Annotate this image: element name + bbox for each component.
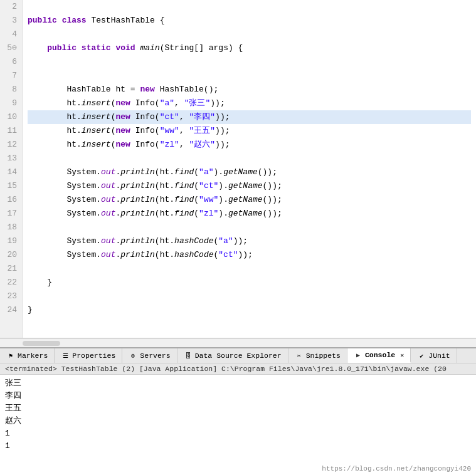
code-line: System.out.println(ht.find("a").getName(…	[28, 165, 471, 179]
console-output-line-4: 赵六	[5, 415, 471, 427]
tab-snippets[interactable]: ✂ Snippets	[288, 348, 347, 363]
editor-area: 2 3 4 5⊖ 6 7 8 9 10 11 12 13 14 15 16 17…	[0, 0, 476, 338]
tab-markers[interactable]: ⚑ Markers	[0, 348, 55, 363]
tab-snippets-label: Snippets	[306, 352, 341, 360]
code-line: System.out.println(ht.find("ww").getName…	[28, 193, 471, 207]
code-container: 2 3 4 5⊖ 6 7 8 9 10 11 12 13 14 15 16 17…	[0, 0, 476, 338]
code-line: System.out.println(ht.hashCode("a"));	[28, 234, 471, 248]
code-line: }	[28, 303, 471, 317]
tab-console[interactable]: ▶ Console ✕	[347, 348, 411, 363]
tab-data-source-label: Data Source Explorer	[195, 352, 282, 360]
tab-servers-label: Servers	[140, 352, 170, 360]
tab-properties-label: Properties	[72, 352, 115, 360]
data-source-icon: 🗄	[184, 352, 193, 360]
code-line: System.out.println(ht.find("ct").getName…	[28, 179, 471, 193]
watermark: https://blog.csdn.net/zhangcongyi420	[322, 465, 471, 472]
properties-icon: ☰	[61, 352, 70, 360]
scrollbar-area	[0, 338, 476, 347]
code-line: }	[28, 276, 471, 290]
console-status-text: <terminated> TestHashTable (2) [Java App…	[5, 365, 447, 373]
tab-console-label: Console	[365, 351, 395, 359]
tab-markers-label: Markers	[18, 352, 48, 360]
code-line: public class TestHashTable {	[28, 14, 471, 28]
tab-junit[interactable]: ✔ JUnit	[411, 348, 457, 363]
code-line	[28, 0, 471, 14]
code-line: public static void main(String[] args) {	[28, 41, 471, 55]
code-line	[28, 290, 471, 303]
code-line	[28, 55, 471, 69]
console-output-line-5: 1	[5, 427, 471, 440]
tab-properties[interactable]: ☰ Properties	[55, 348, 122, 363]
code-line: HashTable ht = new HashTable();	[28, 83, 471, 97]
snippets-icon: ✂	[295, 352, 304, 360]
code-line: ht.insert(new Info("ct", "李四"));	[28, 110, 471, 124]
code-line: System.out.println(ht.find("zl").getName…	[28, 207, 471, 221]
tab-servers[interactable]: ⚙ Servers	[122, 348, 177, 363]
tab-bar: ⚑ Markers ☰ Properties ⚙ Servers 🗄 Data …	[0, 348, 476, 363]
code-lines[interactable]: public class TestHashTable { public stat…	[23, 0, 476, 338]
code-line	[28, 221, 471, 234]
tab-data-source-explorer[interactable]: 🗄 Data Source Explorer	[177, 348, 288, 363]
console-output-line-6: 1	[5, 440, 471, 452]
code-line	[28, 152, 471, 165]
bottom-panel: ⚑ Markers ☰ Properties ⚙ Servers 🗄 Data …	[0, 347, 476, 475]
console-output-line-1: 张三	[5, 377, 471, 390]
console-output-line-2: 李四	[5, 390, 471, 402]
code-line: System.out.println(ht.hashCode("ct"));	[28, 248, 471, 262]
code-line	[28, 262, 471, 276]
scrollbar-track[interactable]	[23, 341, 60, 346]
console-icon: ▶	[354, 351, 362, 360]
code-line	[28, 69, 471, 83]
code-line: ht.insert(new Info("a", "张三"));	[28, 97, 471, 110]
console-output-line-3: 王五	[5, 402, 471, 415]
servers-icon: ⚙	[129, 352, 137, 360]
code-line: ht.insert(new Info("zl", "赵六"));	[28, 138, 471, 152]
console-status-bar: <terminated> TestHashTable (2) [Java App…	[0, 363, 476, 375]
markers-icon: ⚑	[6, 352, 15, 360]
console-close-icon: ✕	[400, 352, 404, 359]
tab-junit-label: JUnit	[428, 352, 450, 360]
line-numbers: 2 3 4 5⊖ 6 7 8 9 10 11 12 13 14 15 16 17…	[0, 0, 23, 338]
junit-icon: ✔	[417, 352, 426, 360]
console-output: 张三 李四 王五 赵六 1 1 https://blog.csdn.net/zh…	[0, 375, 476, 475]
code-line	[28, 28, 471, 41]
code-line: ht.insert(new Info("ww", "王五"));	[28, 124, 471, 138]
